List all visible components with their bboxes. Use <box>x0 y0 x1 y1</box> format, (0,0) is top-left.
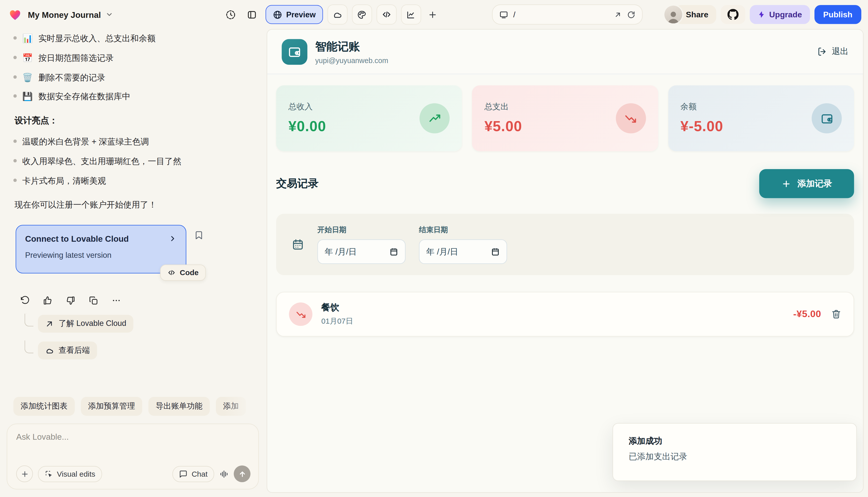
top-bar: My Money Journal Preview <box>0 0 868 29</box>
date-picker-icon[interactable] <box>491 247 500 256</box>
design-bullet-list: 温暖的米白色背景 + 深蓝绿主色调 收入用翠绿色、支出用珊瑚红色，一目了然 卡片… <box>8 136 258 187</box>
arrow-up-icon <box>238 470 246 478</box>
stats-row: 总收入 ¥0.00 总支出 ¥5.00 <box>276 85 854 151</box>
copy-icon[interactable] <box>88 295 99 306</box>
attach-button[interactable] <box>16 465 33 482</box>
preview-label: Preview <box>286 10 316 19</box>
ask-lovable-input[interactable] <box>16 432 250 465</box>
suggestion-chip[interactable]: 导出账单功能 <box>148 397 210 416</box>
more-options-icon[interactable] <box>111 295 121 306</box>
toast-title: 添加成功 <box>628 436 841 446</box>
app-title: 智能记账 <box>315 39 388 54</box>
date-filter-card: 开始日期 年 /月/日 结束日期 年 /月/日 <box>276 214 854 275</box>
app-preview-panel: 智能记账 yupi@yuyuanweb.com 退出 总收入 ¥0.00 <box>267 29 864 493</box>
analytics-button[interactable] <box>401 4 421 25</box>
tree-connector <box>25 314 34 326</box>
transactions-heading: 交易记录 <box>276 176 318 191</box>
voice-input-icon[interactable] <box>219 469 229 479</box>
url-bar[interactable]: / <box>492 4 643 25</box>
bullet-text: 按日期范围筛选记录 <box>39 52 114 64</box>
view-backend-button[interactable]: 查看后端 <box>38 342 97 359</box>
end-date-input[interactable]: 年 /月/日 <box>419 240 507 264</box>
cloud-tool-button[interactable] <box>328 4 348 25</box>
visual-edits-button[interactable]: Visual edits <box>38 466 102 482</box>
undo-icon[interactable] <box>19 295 30 306</box>
action-button-label: 了解 Lovable Cloud <box>59 319 126 329</box>
code-view-button[interactable] <box>376 4 396 25</box>
visual-edits-label: Visual edits <box>57 470 96 478</box>
logout-button[interactable]: 退出 <box>817 46 849 57</box>
suggestion-chip[interactable]: 添加预算管理 <box>81 397 142 416</box>
calendar-emoji-icon: 📅 <box>23 52 33 64</box>
calendar-icon <box>292 238 304 251</box>
suggestion-chips: 添加统计图表 添加预算管理 导出账单功能 添加 <box>0 397 265 422</box>
connect-lovable-cloud-card[interactable]: Connect to Lovable Cloud Previewing late… <box>16 225 186 274</box>
theme-palette-button[interactable] <box>352 4 372 25</box>
thumbs-down-icon[interactable] <box>65 295 76 306</box>
learn-lovable-cloud-button[interactable]: 了解 Lovable Cloud <box>38 315 134 333</box>
thumbs-up-icon[interactable] <box>42 295 53 306</box>
user-email: yupi@yuyuanweb.com <box>315 56 388 64</box>
suggestion-chip[interactable]: 添加统计图表 <box>13 397 75 416</box>
action-button-label: 查看后端 <box>59 345 90 356</box>
toast-message: 已添加支出记录 <box>628 452 841 462</box>
chat-mode-label: Chat <box>192 470 207 478</box>
publish-button[interactable]: Publish <box>814 5 861 24</box>
sidebar-panel-icon[interactable] <box>243 6 260 23</box>
chat-bubble-icon <box>179 470 188 478</box>
chat-message: 📊实时显示总收入、总支出和余额 📅按日期范围筛选记录 🗑️删除不需要的记录 💾数… <box>0 29 265 359</box>
bullet-text: 收入用翠绿色、支出用珊瑚红色，一目了然 <box>23 155 181 167</box>
bullet-dot <box>13 179 17 182</box>
transaction-amount: -¥5.00 <box>793 309 821 320</box>
plus-icon <box>20 470 29 478</box>
chevron-down-icon[interactable] <box>105 11 113 18</box>
plus-icon <box>428 10 438 19</box>
bullet-dot <box>13 159 17 162</box>
url-path[interactable]: / <box>513 10 609 19</box>
wallet-app-icon <box>282 39 307 64</box>
bullet-text: 卡片式布局，清晰美观 <box>23 174 106 186</box>
add-tab-button[interactable] <box>423 5 443 24</box>
external-link-icon <box>45 320 54 328</box>
list-item: 💾数据安全存储在数据库中 <box>13 90 258 102</box>
list-item: 📅按日期范围筛选记录 <box>13 52 258 64</box>
send-button[interactable] <box>234 465 251 482</box>
bookmark-icon[interactable] <box>194 231 204 240</box>
date-picker-icon[interactable] <box>389 247 398 256</box>
chat-composer: Visual edits Chat <box>7 424 259 489</box>
code-chip[interactable]: Code <box>160 265 206 281</box>
chat-sidebar: 📊实时显示总收入、总支出和余额 📅按日期范围筛选记录 🗑️删除不需要的记录 💾数… <box>0 29 265 497</box>
trash-emoji-icon: 🗑️ <box>23 71 33 83</box>
chat-mode-button[interactable]: Chat <box>173 466 214 482</box>
github-button[interactable] <box>721 5 745 24</box>
delete-transaction-button[interactable] <box>831 309 841 319</box>
closing-text: 现在你可以注册一个账户开始使用了！ <box>15 200 258 211</box>
list-item: 📊实时显示总收入、总支出和余额 <box>13 32 258 44</box>
suggestion-chip[interactable]: 添加 <box>216 397 246 416</box>
trash-icon <box>831 309 841 319</box>
trending-down-icon <box>289 302 313 326</box>
bullet-text: 温暖的米白色背景 + 深蓝绿主色调 <box>23 136 149 148</box>
bullet-dot <box>13 140 17 143</box>
add-record-button[interactable]: 添加记录 <box>759 169 854 198</box>
history-icon[interactable] <box>222 6 239 23</box>
bullet-dot <box>13 36 17 40</box>
app-content: 总收入 ¥0.00 总支出 ¥5.00 <box>267 74 863 492</box>
upgrade-label: Upgrade <box>769 10 802 19</box>
github-icon <box>727 9 738 20</box>
bolt-icon <box>757 11 765 18</box>
globe-icon <box>273 10 282 19</box>
list-item: 温暖的米白色背景 + 深蓝绿主色调 <box>13 136 258 148</box>
list-item: 🗑️删除不需要的记录 <box>13 71 258 83</box>
trending-down-icon <box>616 103 646 133</box>
preview-tab[interactable]: Preview <box>265 5 323 24</box>
upgrade-button[interactable]: Upgrade <box>750 5 810 24</box>
refresh-icon[interactable] <box>627 10 635 18</box>
project-name[interactable]: My Money Journal <box>28 10 101 19</box>
start-date-input[interactable]: 年 /月/日 <box>317 240 406 264</box>
logout-label: 退出 <box>832 46 849 57</box>
bullet-dot <box>13 56 17 59</box>
open-external-icon[interactable] <box>613 10 622 18</box>
lovable-logo-icon <box>8 7 23 22</box>
logout-icon <box>817 47 827 57</box>
